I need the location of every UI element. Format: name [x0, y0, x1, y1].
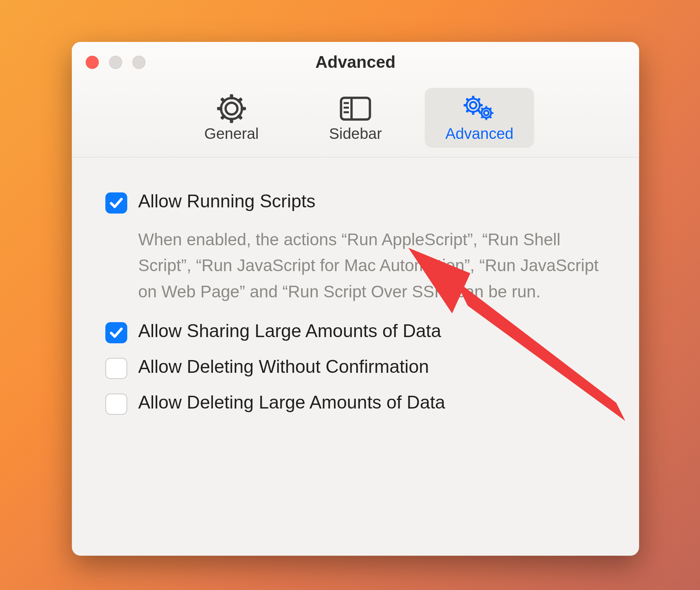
option-allow-sharing-large-data: Allow Sharing Large Amounts of Data	[105, 321, 606, 343]
tab-label: Advanced	[446, 125, 514, 142]
checkbox-allow-deleting-large-data[interactable]	[105, 394, 127, 415]
preferences-window: Advanced	[72, 42, 639, 556]
svg-rect-20	[479, 104, 483, 107]
option-label: Allow Deleting Large Amounts of Data	[138, 392, 445, 413]
checkmark-icon	[109, 325, 124, 340]
svg-rect-18	[472, 111, 475, 115]
svg-rect-27	[485, 106, 487, 109]
sidebar-icon	[339, 94, 372, 123]
close-icon[interactable]	[86, 56, 99, 69]
tab-general[interactable]: General	[177, 88, 286, 148]
desktop-background: Advanced	[0, 0, 700, 590]
gear-icon	[215, 94, 248, 123]
window-title: Advanced	[72, 51, 639, 81]
window-controls	[86, 56, 145, 69]
tab-sidebar[interactable]: Sidebar	[301, 88, 410, 148]
tab-advanced[interactable]: Advanced	[425, 88, 534, 148]
option-allow-deleting-large-data: Allow Deleting Large Amounts of Data	[105, 392, 606, 415]
option-description: When enabled, the actions “Run AppleScri…	[138, 227, 606, 305]
svg-point-15	[470, 102, 477, 109]
svg-rect-29	[479, 112, 482, 114]
preferences-toolbar: General Sidebar	[72, 81, 639, 157]
svg-rect-30	[491, 112, 493, 114]
option-allow-deleting-without-confirmation: Allow Deleting Without Confirmation	[105, 356, 606, 379]
checkbox-allow-deleting-without-confirmation[interactable]	[105, 358, 127, 379]
minimize-icon[interactable]	[109, 56, 122, 69]
svg-rect-17	[472, 96, 475, 99]
svg-rect-19	[464, 104, 467, 107]
preferences-content: Allow Running Scripts When enabled, the …	[72, 157, 639, 450]
window-titlebar: Advanced	[72, 42, 639, 157]
option-label: Allow Deleting Without Confirmation	[138, 356, 429, 378]
svg-rect-21	[477, 98, 481, 102]
zoom-icon[interactable]	[132, 56, 145, 69]
option-label: Allow Running Scripts	[138, 191, 315, 212]
checkbox-allow-sharing-large-data[interactable]	[105, 322, 127, 343]
checkbox-allow-running-scripts[interactable]	[105, 192, 127, 214]
option-label: Allow Sharing Large Amounts of Data	[138, 321, 441, 342]
tab-label: Sidebar	[329, 125, 382, 142]
tab-label: General	[204, 125, 258, 142]
svg-rect-28	[485, 118, 487, 120]
svg-point-9	[221, 98, 242, 119]
svg-point-25	[484, 111, 489, 116]
checkmark-icon	[109, 195, 124, 211]
svg-point-0	[226, 103, 237, 114]
option-allow-running-scripts: Allow Running Scripts	[105, 191, 606, 214]
double-gear-icon	[463, 94, 496, 123]
